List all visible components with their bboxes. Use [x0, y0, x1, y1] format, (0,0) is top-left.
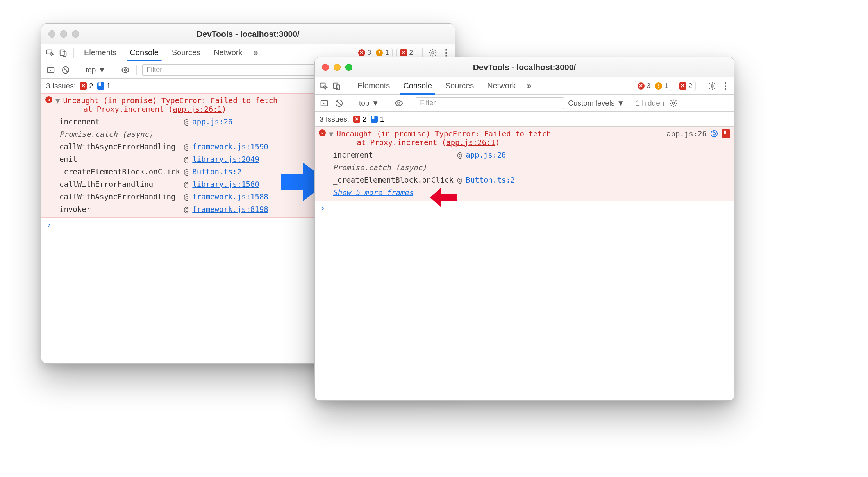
close-icon[interactable] [322, 64, 329, 71]
frame-fn: increment [59, 117, 180, 126]
zoom-icon[interactable] [345, 64, 352, 71]
async-divider: Promise.catch (async) [59, 130, 268, 138]
filter-input[interactable] [416, 97, 564, 109]
error-source-link[interactable]: app.js:26:1 [173, 105, 222, 113]
context-selector[interactable]: top▼ [82, 66, 109, 74]
inspect-icon[interactable] [318, 81, 329, 91]
frame-fn: _createElementBlock.onClick [59, 167, 180, 176]
titlebar: DevTools - localhost:3000/ [315, 57, 734, 77]
error-badge[interactable]: ✕3!1 [634, 81, 672, 91]
window-title: DevTools - localhost:3000/ [315, 63, 734, 72]
titlebar: DevTools - localhost:3000/ [41, 24, 455, 44]
tab-elements[interactable]: Elements [79, 44, 122, 61]
frame-source-link[interactable]: Button.ts:2 [192, 167, 268, 176]
frame-source-link[interactable]: Button.ts:2 [466, 176, 515, 184]
async-divider: Promise.catch (async) [333, 163, 515, 172]
live-expression-icon[interactable] [120, 65, 131, 75]
error-message: Uncaught (in promise) TypeError: Failed … [63, 96, 277, 113]
tab-console[interactable]: Console [124, 44, 164, 61]
highlight-arrow-icon [430, 188, 457, 209]
issues-error-count: 2 [363, 115, 367, 124]
warn-count: 1 [664, 82, 668, 90]
console-toolbar: top▼ Custom levels▼ 1 hidden [315, 95, 734, 112]
log-levels-selector[interactable]: Custom levels▼ [568, 99, 624, 108]
device-toggle-icon[interactable] [58, 47, 69, 58]
error-count: 3 [368, 49, 371, 57]
svg-point-14 [673, 102, 675, 104]
show-more-frames-link[interactable]: Show 5 more frames [333, 188, 515, 197]
close-icon[interactable] [48, 30, 55, 38]
more-tabs-icon[interactable]: » [524, 81, 535, 91]
device-toggle-icon[interactable] [331, 81, 342, 91]
tab-elements[interactable]: Elements [352, 77, 395, 94]
clear-console-icon[interactable] [60, 65, 71, 75]
tab-sources[interactable]: Sources [166, 44, 206, 61]
svg-point-3 [432, 52, 434, 54]
context-selector[interactable]: top▼ [356, 99, 382, 108]
disclosure-icon[interactable]: ▼ [329, 129, 333, 138]
clear-console-icon[interactable] [334, 98, 345, 109]
error-source-link[interactable]: app.js:26 [666, 129, 707, 138]
menu-icon[interactable]: ⋮ [720, 81, 731, 91]
frame-source-link[interactable]: app.js:26 [466, 151, 515, 159]
tab-sources[interactable]: Sources [440, 77, 479, 94]
error-icon: ✕ [319, 129, 326, 136]
frame-fn: callWithErrorHandling [59, 180, 180, 188]
inspect-icon[interactable] [45, 47, 55, 58]
gear-icon[interactable] [668, 98, 679, 109]
frame-source-link[interactable]: app.js:26 [192, 117, 268, 126]
issues-error-count: 2 [89, 82, 93, 90]
hidden-error-badge[interactable]: ✕2 [676, 81, 696, 91]
issues-info-count: 1 [107, 82, 111, 90]
tab-console[interactable]: Console [398, 77, 437, 94]
toggle-drawer-icon[interactable] [319, 98, 330, 109]
tab-network[interactable]: Network [208, 44, 248, 61]
gear-icon[interactable] [707, 81, 718, 91]
frame-fn: emit [59, 155, 180, 163]
live-expression-icon[interactable] [393, 98, 404, 109]
chevron-down-icon: ▼ [98, 66, 105, 74]
svg-point-15 [711, 131, 718, 137]
frame-fn: callWithAsyncErrorHandling [59, 192, 180, 201]
hidden-error-badge[interactable]: ✕2 [396, 48, 416, 58]
disclosure-icon[interactable]: ▼ [55, 96, 60, 105]
svg-point-6 [124, 69, 127, 71]
frame-source-link[interactable]: framework.js:1588 [192, 192, 268, 201]
reload-icon[interactable] [710, 129, 718, 138]
frame-fn: callWithAsyncErrorHandling [59, 142, 180, 151]
issues-bar[interactable]: 3 Issues: ✕2 ▘1 [315, 112, 734, 127]
chevron-down-icon: ▼ [371, 99, 379, 108]
zoom-icon[interactable] [72, 30, 79, 38]
minimize-icon[interactable] [334, 64, 341, 71]
frame-source-link[interactable]: library.js:2049 [192, 155, 268, 163]
error-source-link[interactable]: app.js:26:1 [446, 138, 495, 147]
more-tabs-icon[interactable]: » [250, 47, 261, 58]
frame-source-link[interactable]: library.js:1580 [192, 180, 268, 188]
error-count: 3 [647, 82, 650, 90]
minimize-icon[interactable] [60, 30, 67, 38]
console-error-entry: app.js:26 ▘ ✕ ▼ Uncaught (in promise) Ty… [315, 127, 734, 201]
frame-source-link[interactable]: framework.js:1590 [192, 142, 268, 151]
message-icon[interactable]: ▘ [722, 129, 730, 138]
window-title: DevTools - localhost:3000/ [41, 29, 455, 39]
svg-rect-7 [320, 83, 325, 87]
svg-rect-0 [47, 50, 52, 54]
svg-rect-1 [60, 50, 64, 55]
tab-network[interactable]: Network [482, 77, 521, 94]
toggle-drawer-icon[interactable] [45, 65, 56, 75]
chevron-down-icon: ▼ [617, 99, 625, 108]
levels-label: Custom levels [568, 99, 614, 108]
hidden-count[interactable]: 1 hidden [636, 99, 664, 108]
frame-fn: increment [333, 151, 454, 159]
devtools-window-after: DevTools - localhost:3000/ Elements Cons… [314, 57, 734, 401]
svg-point-10 [711, 85, 713, 87]
context-label: top [86, 66, 96, 74]
frame-fn: _createElementBlock.onClick [333, 176, 454, 184]
issues-label: 3 Issues: [46, 82, 76, 90]
error-message: Uncaught (in promise) TypeError: Failed … [336, 129, 551, 147]
error-badge[interactable]: ✕3!1 [355, 48, 393, 58]
console-prompt[interactable]: › [315, 201, 734, 215]
issues-label: 3 Issues: [320, 115, 349, 124]
frame-fn: invoker [59, 205, 180, 213]
frame-source-link[interactable]: framework.js:8198 [192, 205, 268, 213]
